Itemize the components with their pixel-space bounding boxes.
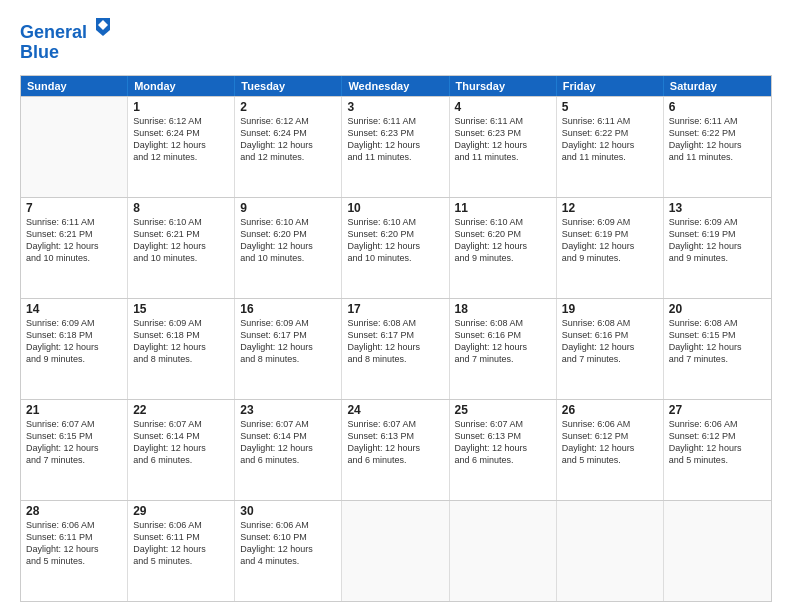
cal-cell: 10Sunrise: 6:10 AM Sunset: 6:20 PM Dayli… [342,198,449,298]
header-cell-wednesday: Wednesday [342,76,449,96]
page: General Blue SundayMondayTuesdayWednesda… [0,0,792,612]
cal-cell: 5Sunrise: 6:11 AM Sunset: 6:22 PM Daylig… [557,97,664,197]
day-number: 26 [562,403,658,417]
day-info: Sunrise: 6:09 AM Sunset: 6:17 PM Dayligh… [240,317,336,366]
cal-cell: 15Sunrise: 6:09 AM Sunset: 6:18 PM Dayli… [128,299,235,399]
day-number: 20 [669,302,766,316]
day-info: Sunrise: 6:06 AM Sunset: 6:12 PM Dayligh… [669,418,766,467]
day-number: 11 [455,201,551,215]
day-info: Sunrise: 6:09 AM Sunset: 6:18 PM Dayligh… [26,317,122,366]
day-info: Sunrise: 6:08 AM Sunset: 6:17 PM Dayligh… [347,317,443,366]
cal-cell: 7Sunrise: 6:11 AM Sunset: 6:21 PM Daylig… [21,198,128,298]
day-number: 3 [347,100,443,114]
cal-cell [342,501,449,601]
day-number: 8 [133,201,229,215]
day-number: 13 [669,201,766,215]
cal-cell [450,501,557,601]
logo-icon [94,16,112,38]
day-info: Sunrise: 6:11 AM Sunset: 6:22 PM Dayligh… [669,115,766,164]
cal-cell: 30Sunrise: 6:06 AM Sunset: 6:10 PM Dayli… [235,501,342,601]
day-info: Sunrise: 6:09 AM Sunset: 6:19 PM Dayligh… [562,216,658,265]
day-number: 5 [562,100,658,114]
day-info: Sunrise: 6:08 AM Sunset: 6:16 PM Dayligh… [455,317,551,366]
logo: General Blue [20,16,112,63]
day-info: Sunrise: 6:11 AM Sunset: 6:21 PM Dayligh… [26,216,122,265]
day-info: Sunrise: 6:07 AM Sunset: 6:15 PM Dayligh… [26,418,122,467]
week-row-1: 1Sunrise: 6:12 AM Sunset: 6:24 PM Daylig… [21,96,771,197]
day-info: Sunrise: 6:10 AM Sunset: 6:20 PM Dayligh… [240,216,336,265]
cal-cell: 22Sunrise: 6:07 AM Sunset: 6:14 PM Dayli… [128,400,235,500]
day-info: Sunrise: 6:11 AM Sunset: 6:22 PM Dayligh… [562,115,658,164]
header-cell-monday: Monday [128,76,235,96]
day-info: Sunrise: 6:12 AM Sunset: 6:24 PM Dayligh… [240,115,336,164]
day-number: 24 [347,403,443,417]
cal-cell [557,501,664,601]
cal-cell: 16Sunrise: 6:09 AM Sunset: 6:17 PM Dayli… [235,299,342,399]
cal-cell [21,97,128,197]
cal-cell: 9Sunrise: 6:10 AM Sunset: 6:20 PM Daylig… [235,198,342,298]
day-number: 17 [347,302,443,316]
day-number: 1 [133,100,229,114]
cal-cell: 26Sunrise: 6:06 AM Sunset: 6:12 PM Dayli… [557,400,664,500]
day-number: 28 [26,504,122,518]
header-cell-sunday: Sunday [21,76,128,96]
day-number: 9 [240,201,336,215]
day-info: Sunrise: 6:07 AM Sunset: 6:13 PM Dayligh… [455,418,551,467]
cal-cell: 6Sunrise: 6:11 AM Sunset: 6:22 PM Daylig… [664,97,771,197]
day-number: 21 [26,403,122,417]
cal-cell: 4Sunrise: 6:11 AM Sunset: 6:23 PM Daylig… [450,97,557,197]
day-info: Sunrise: 6:06 AM Sunset: 6:11 PM Dayligh… [133,519,229,568]
day-number: 4 [455,100,551,114]
week-row-2: 7Sunrise: 6:11 AM Sunset: 6:21 PM Daylig… [21,197,771,298]
day-info: Sunrise: 6:09 AM Sunset: 6:18 PM Dayligh… [133,317,229,366]
calendar-header: SundayMondayTuesdayWednesdayThursdayFrid… [21,76,771,96]
header-cell-tuesday: Tuesday [235,76,342,96]
header-cell-friday: Friday [557,76,664,96]
cal-cell: 29Sunrise: 6:06 AM Sunset: 6:11 PM Dayli… [128,501,235,601]
header: General Blue [20,16,772,63]
cal-cell: 2Sunrise: 6:12 AM Sunset: 6:24 PM Daylig… [235,97,342,197]
day-info: Sunrise: 6:07 AM Sunset: 6:14 PM Dayligh… [240,418,336,467]
day-number: 15 [133,302,229,316]
day-info: Sunrise: 6:11 AM Sunset: 6:23 PM Dayligh… [347,115,443,164]
cal-cell: 14Sunrise: 6:09 AM Sunset: 6:18 PM Dayli… [21,299,128,399]
logo-general: General [20,22,87,42]
day-number: 7 [26,201,122,215]
day-info: Sunrise: 6:07 AM Sunset: 6:14 PM Dayligh… [133,418,229,467]
day-number: 16 [240,302,336,316]
day-number: 2 [240,100,336,114]
day-info: Sunrise: 6:09 AM Sunset: 6:19 PM Dayligh… [669,216,766,265]
day-number: 29 [133,504,229,518]
day-number: 27 [669,403,766,417]
week-row-5: 28Sunrise: 6:06 AM Sunset: 6:11 PM Dayli… [21,500,771,601]
cal-cell: 27Sunrise: 6:06 AM Sunset: 6:12 PM Dayli… [664,400,771,500]
day-number: 14 [26,302,122,316]
cal-cell: 18Sunrise: 6:08 AM Sunset: 6:16 PM Dayli… [450,299,557,399]
cal-cell: 28Sunrise: 6:06 AM Sunset: 6:11 PM Dayli… [21,501,128,601]
cal-cell: 3Sunrise: 6:11 AM Sunset: 6:23 PM Daylig… [342,97,449,197]
logo-text: General [20,16,112,43]
cal-cell: 12Sunrise: 6:09 AM Sunset: 6:19 PM Dayli… [557,198,664,298]
calendar: SundayMondayTuesdayWednesdayThursdayFrid… [20,75,772,602]
cal-cell: 20Sunrise: 6:08 AM Sunset: 6:15 PM Dayli… [664,299,771,399]
cal-cell: 25Sunrise: 6:07 AM Sunset: 6:13 PM Dayli… [450,400,557,500]
cal-cell: 19Sunrise: 6:08 AM Sunset: 6:16 PM Dayli… [557,299,664,399]
day-info: Sunrise: 6:12 AM Sunset: 6:24 PM Dayligh… [133,115,229,164]
day-number: 18 [455,302,551,316]
cal-cell [664,501,771,601]
cal-cell: 23Sunrise: 6:07 AM Sunset: 6:14 PM Dayli… [235,400,342,500]
day-info: Sunrise: 6:07 AM Sunset: 6:13 PM Dayligh… [347,418,443,467]
cal-cell: 21Sunrise: 6:07 AM Sunset: 6:15 PM Dayli… [21,400,128,500]
day-number: 19 [562,302,658,316]
day-info: Sunrise: 6:06 AM Sunset: 6:10 PM Dayligh… [240,519,336,568]
week-row-4: 21Sunrise: 6:07 AM Sunset: 6:15 PM Dayli… [21,399,771,500]
day-info: Sunrise: 6:11 AM Sunset: 6:23 PM Dayligh… [455,115,551,164]
day-info: Sunrise: 6:08 AM Sunset: 6:16 PM Dayligh… [562,317,658,366]
day-number: 12 [562,201,658,215]
day-number: 23 [240,403,336,417]
day-info: Sunrise: 6:10 AM Sunset: 6:21 PM Dayligh… [133,216,229,265]
day-number: 30 [240,504,336,518]
header-cell-saturday: Saturday [664,76,771,96]
cal-cell: 1Sunrise: 6:12 AM Sunset: 6:24 PM Daylig… [128,97,235,197]
day-info: Sunrise: 6:06 AM Sunset: 6:12 PM Dayligh… [562,418,658,467]
